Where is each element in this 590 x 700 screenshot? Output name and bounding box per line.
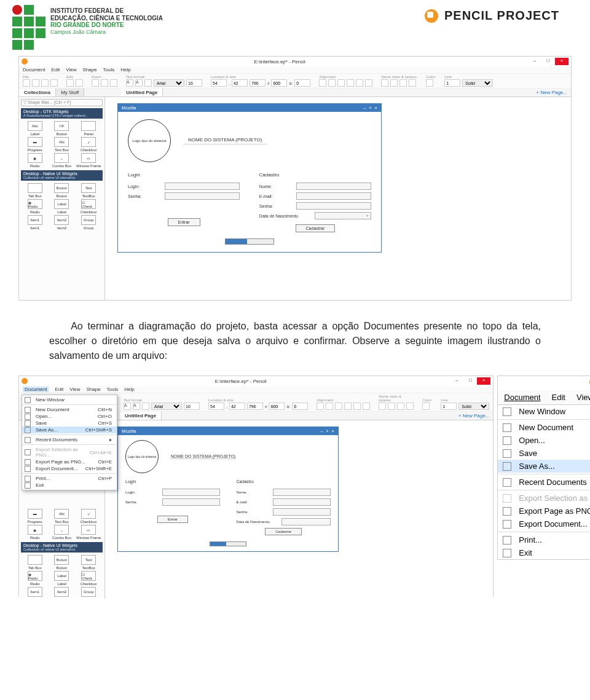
widget-checkbox[interactable]: ☑ CheckCheckbox (76, 571, 101, 586)
app-icon (22, 58, 28, 65)
menu-item-export-selection-as-png-[interactable]: Export Selection as PNG...Ctrl+Alt+E (22, 446, 117, 458)
widget-progress[interactable]: ▬Progress (22, 137, 48, 152)
widget-textbox[interactable]: TextTextBox (76, 183, 101, 198)
collection-gtk[interactable]: Desktop - GTK WidgetsA Nodoka-based GTK+… (21, 108, 103, 119)
widget-progress[interactable]: ▬Progress (22, 509, 48, 524)
window-buttons[interactable]: –□× (528, 58, 568, 65)
widget-checkbox[interactable]: ☑ CheckCheckbox (76, 199, 101, 214)
widget-item2[interactable]: Item2Item2 (49, 215, 75, 230)
menu-item-recent-documents[interactable]: Recent Documents▸ (22, 436, 117, 443)
title-bar: E:\interface.ep* - Pencil –□× (19, 57, 571, 66)
menu-item-print-[interactable]: Print...Ctrl+P (22, 475, 117, 482)
zoom-menubar[interactable]: DocumentEditViewShapeToolsHelp (498, 390, 590, 405)
pencil-screenshot-1: E:\interface.ep* - Pencil –□× DocumentEd… (18, 56, 572, 301)
widget-window-frame[interactable]: ▭Window Frame (76, 153, 101, 168)
widget-window-frame[interactable]: ▭Window Frame (76, 525, 101, 540)
logo-circle: Logo tipo do sistema (128, 119, 171, 162)
widget-radio[interactable]: ◉ RadioRadio (22, 571, 48, 586)
menu-item-new-window[interactable]: New Window (22, 396, 117, 403)
canvas[interactable]: Mozila– + × Logo tipo do sistema NOME DO… (105, 97, 571, 300)
widget-checkbox[interactable]: ✓Checkbox (76, 509, 101, 524)
widget-textbox[interactable]: TextTextBox (76, 555, 101, 570)
menu-item-new-document[interactable]: New DocumentCtrl+N (22, 406, 117, 413)
instituto-text: INSTITUTO FEDERAL DE EDUCAÇÃO, CIÊNCIA E… (50, 5, 163, 50)
zoom-menu-item-recent-documents[interactable]: Recent Documents (498, 476, 590, 489)
widget-radio[interactable]: ◉Radio (22, 153, 48, 168)
widget-panel[interactable]: Panel (76, 121, 101, 136)
widget-label[interactable]: LabelLabel (49, 199, 75, 214)
document-menu-small[interactable]: New WindowNew DocumentCtrl+NOpen...Ctrl+… (22, 395, 117, 490)
app-title: E:\interface.ep* - Pencil (31, 59, 528, 65)
tab-page[interactable]: Untitled Page (121, 88, 163, 96)
zoom-menu-item-save-as-[interactable]: Save As...Ctrl+Shift+S (498, 460, 590, 473)
pencil-icon (425, 9, 438, 23)
zoom-menu-item-open-[interactable]: Open...Ctrl+O (498, 434, 590, 447)
menu-item-exit[interactable]: Exit (22, 482, 117, 489)
system-name: NOME DO SISTEMA (PROJETO) (183, 137, 267, 144)
entrar-button[interactable]: Entrar (168, 218, 200, 226)
menu-item-save[interactable]: SaveCtrl+S (22, 420, 117, 427)
instituto-logo: INSTITUTO FEDERAL DE EDUCAÇÃO, CIÊNCIA E… (12, 5, 163, 50)
menubar[interactable]: DocumentEditViewShapeToolsHelp (19, 66, 571, 74)
zoom-menu-item-save[interactable]: SaveCtrl+S (498, 447, 590, 460)
widget-group[interactable]: GroupGroup (76, 215, 101, 230)
widget-label[interactable]: AbcLabel (22, 121, 48, 136)
if-grid-icon (12, 5, 45, 50)
shape-filter[interactable]: ▽ Shape filter... (Ctrl + F) (21, 99, 103, 106)
pencil-project-logo: PENCIL PROJECT (425, 5, 578, 23)
mockup-window: Mozila– + × Logo tipo do sistema NOME DO… (117, 103, 382, 253)
pencil-text: PENCIL PROJECT (444, 9, 559, 23)
tab-mystuff[interactable]: My Stuff (56, 88, 84, 96)
zoom-menu-item-export-document-[interactable]: Export Document...Ctrl+Shift+E (498, 517, 590, 530)
cadastro-column: Cadastro Nome: E-mail: Senha: Data de Na… (259, 172, 371, 232)
sidebar: ▽ Shape filter... (Ctrl + F) Desktop - G… (19, 97, 105, 300)
widget-button[interactable]: ButtonButton (49, 555, 75, 570)
menu-item-open-[interactable]: Open...Ctrl+O (22, 413, 117, 420)
menu-item-export-document-[interactable]: Export Document...Ctrl+Shift+E (22, 465, 117, 472)
body-paragraph: Ao terminar a diagramação do projeto, ba… (0, 307, 590, 376)
new-page-link[interactable]: + New Page... (533, 88, 571, 96)
zoom-menu-item-print-[interactable]: Print...Ctrl+P (498, 533, 590, 546)
cadastrar-button[interactable]: Cadastrar (296, 224, 336, 232)
widget-item2[interactable]: Item2Item2 (49, 587, 75, 599)
widget-button[interactable]: ButtonButton (49, 183, 75, 198)
widget-item1[interactable]: Item1Item1 (22, 587, 48, 599)
widget-tab-box[interactable]: Tab Box (22, 555, 48, 570)
widget-checkbox[interactable]: ✓Checkbox (76, 137, 101, 152)
widget-text-box[interactable]: Ab|Text Box (49, 137, 75, 152)
zoom-menu-item-export-page-as-png-[interactable]: Export Page as PNG...Ctrl+E (498, 505, 590, 517)
zoom-menu-item-exit[interactable]: Exit (498, 546, 590, 559)
font-select[interactable]: Arial (154, 79, 184, 87)
login-column: Login Login: Senha: Entrar (128, 172, 240, 232)
widget-combo-box[interactable]: ⌄Combo Box (49, 525, 75, 540)
menu-item-save-as-[interactable]: Save As...Ctrl+Shift+S (22, 427, 117, 433)
collection-native[interactable]: Desktop - Native UI WidgetsCollection of… (21, 170, 103, 181)
progress-bar (225, 238, 274, 245)
zoom-menu-item-export-selection-as-png-[interactable]: Export Selection as PNG...Ctrl+Alt+E (498, 492, 590, 505)
widget-label[interactable]: LabelLabel (49, 571, 75, 586)
tab-row: Collections My Stuff Untitled Page + New… (19, 88, 571, 97)
pencil-screenshot-2: E:\interface.ep* - Pencil–□× DocumentEdi… (18, 376, 494, 597)
widget-radio[interactable]: ◉Radio (22, 525, 48, 540)
toolbar[interactable]: File: Edit: Zoom: Text format:AAArial Lo… (19, 74, 571, 88)
menu-item-export-page-as-png-[interactable]: Export Page as PNG...Ctrl+E (22, 458, 117, 465)
widget-tab-box[interactable]: Tab Box (22, 183, 48, 198)
widget-item1[interactable]: Item1Item1 (22, 215, 48, 230)
widget-button[interactable]: OKButton (49, 121, 75, 136)
tab-collections[interactable]: Collections (19, 88, 56, 96)
widget-group[interactable]: GroupGroup (76, 587, 101, 599)
widget-combo-box[interactable]: ⌄Combo Box (49, 153, 75, 168)
zoom-menu-item-new-window[interactable]: New Window (498, 405, 590, 418)
font-size[interactable] (186, 79, 202, 87)
widget-text-box[interactable]: Ab|Text Box (49, 509, 75, 524)
login-input[interactable] (165, 183, 240, 190)
zoom-menu-item-new-document[interactable]: New DocumentCtrl+N (498, 421, 590, 434)
widget-radio[interactable]: ◉ RadioRadio (22, 199, 48, 214)
document-header: INSTITUTO FEDERAL DE EDUCAÇÃO, CIÊNCIA E… (0, 0, 590, 50)
document-menu-zoom: DocumentEditViewShapeToolsHelp New Windo… (497, 376, 590, 560)
senha-input[interactable] (165, 192, 240, 200)
